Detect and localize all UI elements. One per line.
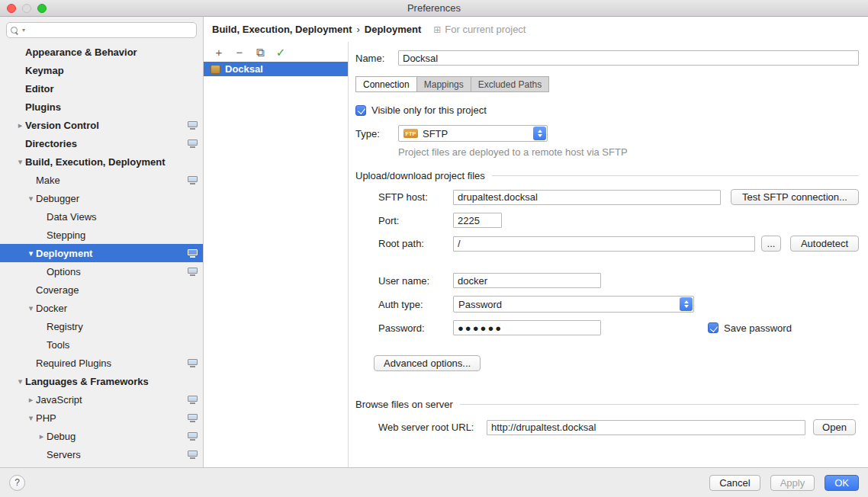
chevron-down-icon[interactable]: ▾ [26, 194, 36, 203]
user-name-input[interactable] [453, 273, 601, 288]
sidebar-item-data-views[interactable]: Data Views [0, 207, 203, 226]
web-root-input[interactable] [487, 420, 805, 435]
sidebar-item-editor[interactable]: Editor [0, 79, 203, 98]
auth-type-select[interactable]: Password [453, 296, 694, 313]
upload-group-title: Upload/download project files [355, 170, 485, 181]
test-connection-button[interactable]: Test SFTP connection... [731, 189, 859, 205]
root-path-label: Root path: [378, 238, 453, 249]
name-label: Name: [355, 53, 398, 64]
sidebar-item-registry[interactable]: Registry [0, 317, 203, 335]
sidebar-item-plugins[interactable]: Plugins [0, 98, 203, 116]
sidebar-item-servers[interactable]: Servers [0, 445, 203, 463]
sftp-icon: FTP [403, 129, 418, 138]
advanced-options-button[interactable]: Advanced options... [374, 355, 481, 371]
sidebar-item-docker[interactable]: ▾ Docker [0, 299, 203, 317]
port-input[interactable] [453, 213, 502, 228]
sidebar-item-required-plugins[interactable]: Required Plugins [0, 354, 203, 372]
search-field[interactable]: ▾ [6, 22, 197, 38]
sidebar-item-debugger[interactable]: ▾ Debugger [0, 189, 203, 207]
root-path-input[interactable] [453, 236, 755, 252]
checkbox-icon[interactable] [708, 322, 719, 333]
sidebar-item-make[interactable]: Make [0, 171, 203, 189]
save-password-checkbox[interactable]: Save password [708, 322, 792, 334]
sidebar-item-build-execution-deployment[interactable]: ▾ Build, Execution, Deployment [0, 152, 203, 171]
sidebar-item-stepping[interactable]: Stepping [0, 226, 203, 244]
preferences-window: Preferences ▾ Appearance & Behavior Keym… [0, 0, 868, 497]
breadcrumb-page[interactable]: Deployment [365, 24, 421, 35]
server-toolbar: +−⧉✓ [204, 42, 348, 62]
password-label: Password: [378, 322, 453, 334]
scope-label: For current project [445, 24, 526, 35]
chevron-down-icon[interactable]: ▾ [15, 377, 25, 386]
visible-only-label: Visible only for this project [371, 104, 487, 116]
visible-only-checkbox[interactable]: Visible only for this project [355, 104, 859, 116]
project-scope-icon: ⊞ [433, 25, 441, 34]
sidebar-item-appearance-behavior[interactable]: Appearance & Behavior [0, 43, 203, 61]
tab-connection[interactable]: Connection [355, 76, 417, 92]
close-button[interactable] [7, 4, 16, 13]
project-settings-icon [188, 249, 198, 258]
chevron-down-icon[interactable]: ▾ [26, 304, 36, 313]
chevron-right-icon[interactable]: ▸ [15, 121, 25, 130]
select-arrows-icon[interactable] [680, 297, 693, 311]
zoom-button[interactable] [37, 4, 47, 13]
sidebar-item-languages-frameworks[interactable]: ▾ Languages & Frameworks [0, 372, 203, 390]
project-settings-icon [188, 451, 198, 459]
search-input[interactable] [27, 25, 192, 36]
save-password-label: Save password [724, 322, 792, 334]
add-icon[interactable]: + [211, 44, 227, 59]
tab-mappings[interactable]: Mappings [416, 76, 471, 92]
name-input[interactable] [398, 50, 859, 66]
chevron-right-icon[interactable]: ▸ [37, 432, 47, 441]
open-button[interactable]: Open [813, 419, 856, 435]
sidebar-item-debug[interactable]: ▸ Debug [0, 427, 203, 445]
type-select[interactable]: FTP SFTP [398, 125, 548, 142]
server-list-item[interactable]: Docksal [204, 62, 348, 76]
sftp-host-input[interactable] [453, 190, 721, 205]
chevron-down-icon[interactable]: ▾ [15, 158, 25, 166]
sidebar-item-deployment[interactable]: ▾ Deployment [0, 244, 203, 262]
check-icon[interactable]: ✓ [273, 44, 288, 59]
server-list-panel: +−⧉✓ Docksal [204, 42, 349, 467]
chevron-down-icon: ▾ [22, 27, 25, 34]
apply-button[interactable]: Apply [770, 475, 815, 491]
sidebar-item-php[interactable]: ▾ PHP [0, 409, 203, 427]
divider [492, 175, 859, 176]
browse-group-title: Browse files on server [355, 399, 453, 410]
remove-icon[interactable]: − [232, 44, 247, 59]
sidebar-item-javascript[interactable]: ▸ JavaScript [0, 390, 203, 409]
settings-sidebar: ▾ Appearance & Behavior Keymap Editor Pl… [0, 17, 204, 467]
checkbox-icon[interactable] [355, 105, 366, 116]
auth-type-label: Auth type: [378, 299, 453, 310]
autodetect-button[interactable]: Autodetect [790, 236, 859, 252]
browse-button[interactable]: ... [761, 236, 781, 252]
server-list: Docksal [204, 62, 348, 467]
divider [460, 404, 859, 405]
project-settings-icon [188, 139, 198, 148]
ok-button[interactable]: OK [825, 475, 859, 491]
minimize-button[interactable] [22, 4, 31, 13]
deployment-form: Name: ConnectionMappingsExcluded Paths V… [349, 42, 868, 467]
sidebar-item-keymap[interactable]: Keymap [0, 61, 203, 79]
chevron-down-icon[interactable]: ▾ [26, 249, 36, 258]
help-button[interactable]: ? [9, 475, 25, 491]
dialog-footer: ? Cancel Apply OK [0, 467, 868, 497]
sftp-host-label: SFTP host: [378, 191, 453, 203]
select-arrows-icon[interactable] [533, 127, 546, 140]
copy-icon[interactable]: ⧉ [252, 44, 268, 59]
sidebar-item-version-control[interactable]: ▸ Version Control [0, 116, 203, 134]
chevron-right-icon[interactable]: ▸ [26, 396, 36, 404]
sidebar-item-directories[interactable]: Directories [0, 134, 203, 152]
breadcrumb-section[interactable]: Build, Execution, Deployment [212, 24, 352, 35]
settings-tabs: ConnectionMappingsExcluded Paths [355, 76, 859, 92]
breadcrumb-separator-icon: › [356, 24, 359, 35]
sidebar-item-coverage[interactable]: Coverage [0, 281, 203, 299]
password-input[interactable] [453, 320, 601, 335]
tab-excluded-paths[interactable]: Excluded Paths [471, 76, 549, 92]
chevron-down-icon[interactable]: ▾ [26, 414, 36, 422]
sidebar-item-tools[interactable]: Tools [0, 335, 203, 354]
project-settings-icon [188, 176, 198, 184]
cancel-button[interactable]: Cancel [709, 475, 760, 491]
port-label: Port: [378, 215, 453, 226]
sidebar-item-options[interactable]: Options [0, 262, 203, 281]
